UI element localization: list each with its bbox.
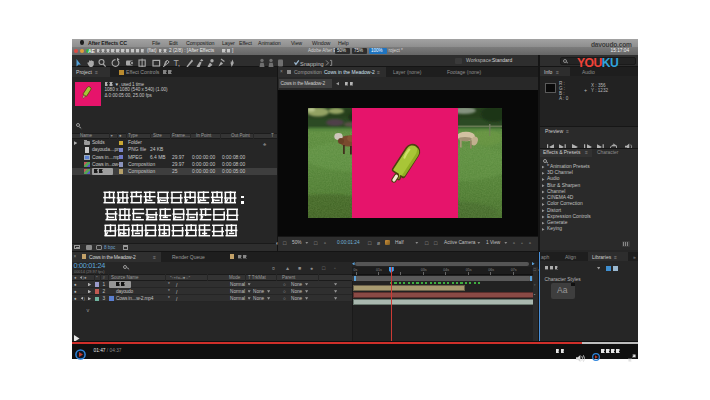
svg-text:Snapping: Snapping bbox=[300, 60, 324, 66]
